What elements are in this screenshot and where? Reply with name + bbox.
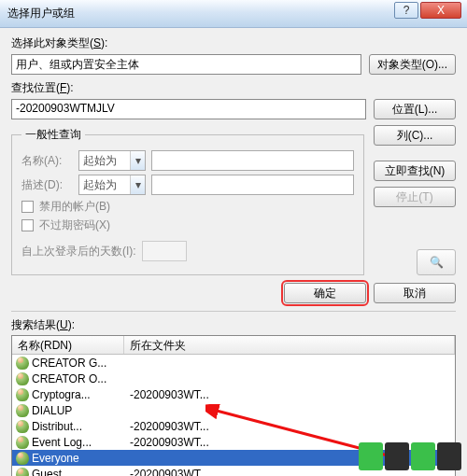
column-name[interactable]: 名称(RDN)	[12, 336, 124, 354]
columns-button[interactable]: 列(C)...	[374, 125, 456, 146]
row-folder: -20200903WT...	[124, 388, 455, 401]
row-name: CREATOR O...	[32, 372, 106, 385]
desc-input[interactable]	[151, 175, 354, 195]
row-name: Distribut...	[32, 420, 82, 433]
row-name: Cryptogra...	[32, 388, 91, 401]
group-icon	[16, 404, 29, 417]
cancel-button[interactable]: 取消	[374, 283, 456, 303]
table-row[interactable]: CREATOR G...	[12, 355, 455, 371]
location-label: 查找位置(F):	[11, 80, 456, 96]
table-row[interactable]: Cryptogra...-20200903WT...	[12, 386, 455, 402]
group-icon	[16, 372, 29, 385]
chevron-down-icon: ▾	[130, 175, 145, 194]
table-row[interactable]: Distribut...-20200903WT...	[12, 418, 455, 434]
table-row[interactable]: DIALUP	[12, 402, 455, 418]
group-icon	[16, 468, 29, 477]
days-since-logon-label: 自上次登录后的天数(I):	[21, 244, 136, 259]
group-legend: 一般性查询	[21, 127, 85, 143]
object-type-label: 选择此对象类型(S):	[11, 35, 456, 51]
listview-header[interactable]: 名称(RDN) 所在文件夹	[12, 336, 455, 355]
group-icon	[16, 436, 29, 449]
close-button[interactable]: X	[420, 2, 461, 19]
chevron-down-icon: ▾	[130, 151, 145, 170]
name-label: 名称(A):	[21, 153, 73, 169]
common-queries-group: 一般性查询 名称(A): 起始为▾ 描述(D): 起始为▾ 禁用的帐户(B) 不…	[11, 134, 364, 275]
search-icon-button[interactable]: 🔍	[417, 249, 456, 275]
magnifier-icon: 🔍	[430, 256, 444, 269]
object-type-field[interactable]: 用户、组或内置安全主体	[11, 54, 361, 75]
stop-button[interactable]: 停止(T)	[374, 187, 456, 207]
object-types-button[interactable]: 对象类型(O)...	[369, 54, 456, 75]
disabled-accounts-checkbox[interactable]: 禁用的帐户(B)	[21, 199, 354, 215]
days-since-logon-spinner[interactable]	[142, 241, 187, 261]
desc-label: 描述(D):	[21, 177, 73, 193]
name-input[interactable]	[151, 150, 354, 171]
group-icon	[16, 357, 29, 370]
location-field[interactable]: -20200903WTMJLV	[11, 99, 366, 119]
row-name: Guest	[32, 468, 62, 477]
group-icon	[16, 420, 29, 433]
help-button[interactable]: ?	[394, 2, 418, 19]
title-bar: 选择用户或组 ? X	[0, 0, 467, 28]
desc-combo[interactable]: 起始为▾	[78, 175, 146, 195]
checkbox-icon	[21, 219, 34, 231]
window-title: 选择用户或组	[7, 6, 75, 21]
row-name: DIALUP	[32, 404, 72, 417]
column-folder[interactable]: 所在文件夹	[124, 336, 455, 354]
dialog-body: 选择此对象类型(S): 用户、组或内置安全主体 对象类型(O)... 查找位置(…	[0, 28, 467, 476]
row-folder: -20200903WT...	[124, 420, 455, 433]
watermark	[359, 442, 461, 470]
locations-button[interactable]: 位置(L)...	[374, 99, 456, 119]
row-name: CREATOR G...	[32, 357, 106, 370]
row-name: Everyone	[32, 452, 79, 465]
ok-button[interactable]: 确定	[284, 283, 366, 303]
results-label: 搜索结果(U):	[11, 317, 456, 333]
name-combo[interactable]: 起始为▾	[78, 150, 146, 171]
group-icon	[16, 388, 29, 401]
table-row[interactable]: CREATOR O...	[12, 371, 455, 386]
non-expiring-password-checkbox[interactable]: 不过期密码(X)	[21, 217, 354, 233]
group-icon	[16, 452, 29, 465]
checkbox-icon	[21, 201, 34, 213]
find-now-button[interactable]: 立即查找(N)	[374, 161, 456, 181]
row-name: Event Log...	[32, 436, 92, 449]
